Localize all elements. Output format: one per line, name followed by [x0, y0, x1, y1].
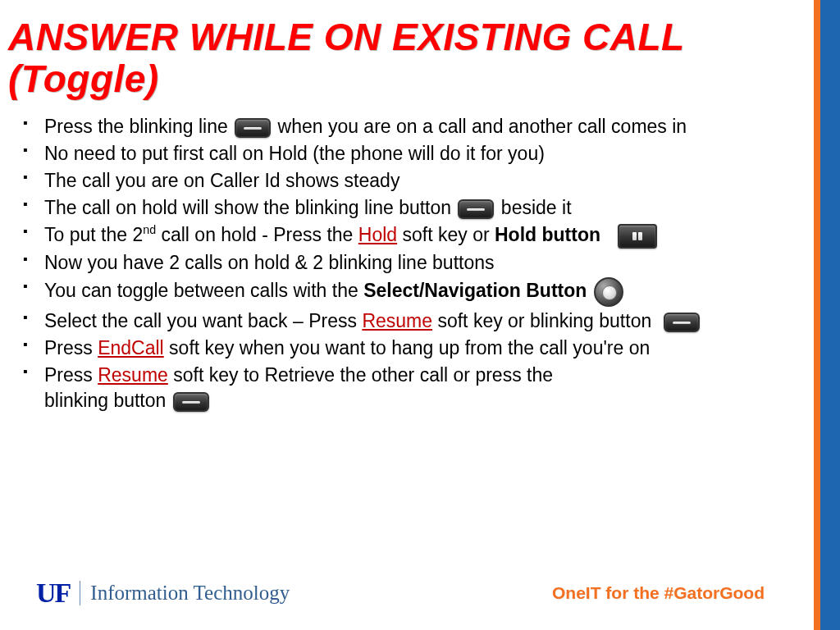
text: The call you are on Caller Id shows stea… — [44, 170, 399, 191]
bold-text: Select/Navigation Button — [363, 280, 587, 301]
bullet-1: Press the blinking line when you are on … — [23, 114, 814, 139]
line-button-icon — [235, 118, 271, 138]
text: No need to put first call on Hold (the p… — [44, 143, 545, 164]
text: To put the 2 — [44, 224, 143, 245]
softkey-resume: Resume — [98, 364, 168, 386]
text: soft key or — [397, 224, 495, 245]
text: soft key when you want to hang up from t… — [164, 337, 651, 358]
text: soft key to Retrieve the other call or p… — [168, 364, 553, 386]
text: call on hold - Press the — [156, 224, 358, 245]
text: Press — [44, 364, 98, 386]
bullet-4: The call on hold will show the blinking … — [23, 195, 814, 221]
text: when you are on a call and another call … — [278, 116, 687, 137]
text: You can toggle between calls with the — [44, 280, 363, 301]
bullet-3: The call you are on Caller Id shows stea… — [23, 168, 814, 194]
uf-logo: UF Information Technology — [36, 578, 290, 609]
side-stripe-blue — [820, 0, 840, 630]
text: soft key or blinking button — [432, 310, 651, 331]
text: Select the call you want back – Press — [44, 310, 362, 331]
bullet-9: Press EndCall soft key when you want to … — [23, 336, 814, 361]
softkey-endcall: EndCall — [98, 337, 164, 358]
bullet-2: No need to put first call on Hold (the p… — [23, 141, 814, 167]
line-button-icon — [458, 199, 494, 219]
slide-footer: UF Information Technology OneIT for the … — [36, 578, 765, 609]
slide-title: ANSWER WHILE ON EXISTING CALL (Toggle) — [8, 16, 814, 99]
line-button-icon — [173, 392, 209, 412]
bullet-6: Now you have 2 calls on hold & 2 blinkin… — [23, 250, 814, 276]
side-stripe-orange — [814, 0, 820, 630]
text: Press the blinking line — [44, 116, 228, 137]
softkey-hold: Hold — [358, 224, 397, 245]
bullet-7: You can toggle between calls with the Se… — [23, 277, 814, 307]
uf-mark: UF — [36, 578, 70, 609]
bullet-list: Press the blinking line when you are on … — [23, 114, 814, 413]
text: Press — [44, 337, 98, 358]
pause-button-icon — [618, 224, 657, 249]
nav-button-icon — [594, 277, 623, 307]
softkey-resume: Resume — [362, 310, 432, 331]
bullet-5: To put the 2nd call on hold - Press the … — [23, 222, 814, 249]
text: Now you have 2 calls on hold & 2 blinkin… — [44, 252, 495, 273]
bullet-8: Select the call you want back – Press Re… — [23, 308, 814, 334]
text: beside it — [501, 197, 572, 218]
ordinal-suffix: nd — [143, 224, 156, 237]
text: blinking button — [44, 390, 171, 411]
uf-dept-text: Information Technology — [90, 582, 290, 605]
text: The call on hold will show the blinking … — [44, 197, 451, 218]
footer-tagline: OneIT for the #GatorGood — [552, 583, 765, 603]
bold-text: Hold button — [495, 224, 600, 245]
slide-content: ANSWER WHILE ON EXISTING CALL (Toggle) P… — [0, 0, 814, 630]
logo-divider — [80, 581, 80, 605]
bullet-10: Press Resume soft key to Retrieve the ot… — [23, 363, 814, 413]
line-button-icon — [664, 313, 700, 332]
